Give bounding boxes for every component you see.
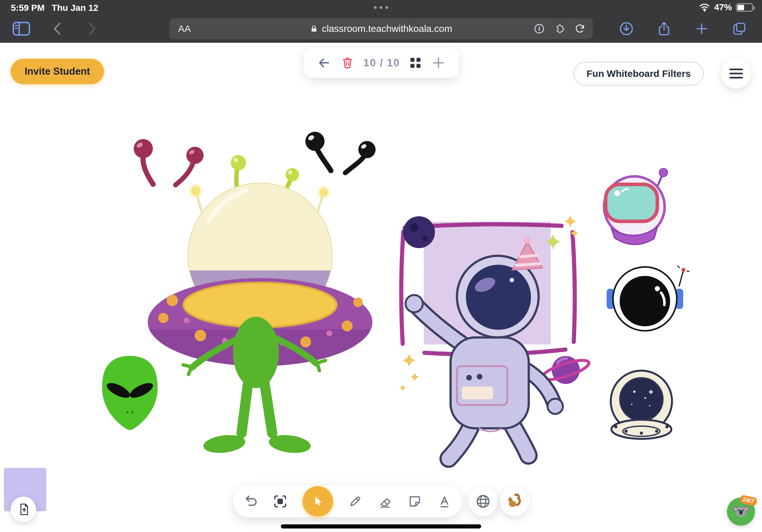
share-icon — [657, 21, 671, 36]
chevron-left-icon — [52, 22, 62, 36]
multitask-dots-icon[interactable] — [374, 6, 388, 9]
sticky-note-icon — [407, 494, 422, 509]
grid-view-button[interactable] — [409, 56, 422, 70]
koala-support-button[interactable]: 24/7 — [727, 498, 755, 526]
undo-button[interactable] — [243, 494, 258, 509]
arrow-left-icon — [317, 55, 332, 70]
reader-aa-button[interactable]: AA — [178, 23, 191, 34]
download-icon — [619, 21, 634, 36]
note-tool-button[interactable] — [407, 494, 422, 509]
reload-icon[interactable] — [574, 23, 585, 34]
browser-toolbar: AA classroom.teachwithkoala.com — [0, 15, 762, 43]
maroon-antennae-drawing[interactable] — [134, 139, 203, 185]
text-tool-button[interactable] — [437, 494, 452, 509]
address-bar[interactable]: AA classroom.teachwithkoala.com — [169, 18, 593, 39]
page-toolbar: 10 / 10 — [304, 48, 459, 78]
export-button[interactable] — [11, 497, 36, 522]
menu-button[interactable] — [721, 58, 751, 89]
eraser-icon — [377, 494, 393, 509]
home-indicator[interactable] — [281, 524, 481, 528]
invite-student-button[interactable]: Invite Student — [11, 59, 104, 84]
globe-icon — [475, 493, 492, 510]
clock: 5:59 PM — [11, 3, 45, 13]
eraser-tool-button[interactable] — [377, 494, 393, 509]
filters-button[interactable]: Fun Whiteboard Filters — [573, 62, 704, 86]
battery-icon — [736, 3, 753, 12]
helmet-sticker-black-visor[interactable] — [607, 266, 690, 331]
globe-button[interactable] — [468, 487, 498, 516]
add-page-button[interactable] — [431, 55, 446, 70]
pencil-icon — [347, 494, 363, 509]
wifi-icon — [699, 3, 710, 12]
black-antennae-drawing[interactable] — [305, 132, 376, 173]
helmet-sticker-pink[interactable] — [604, 168, 667, 245]
ufo-alien-drawing[interactable] — [148, 155, 372, 455]
new-tab-button[interactable] — [691, 18, 712, 39]
helmet-sticker-doodle[interactable] — [611, 370, 672, 439]
undo-icon — [243, 494, 258, 509]
koala-icon — [731, 502, 751, 521]
export-file-icon — [16, 502, 30, 516]
grid-icon — [409, 56, 422, 70]
downloads-button[interactable] — [616, 18, 637, 39]
cursor-icon — [311, 494, 325, 509]
sidebar-toggle-button[interactable] — [11, 18, 32, 39]
squirrel-icon — [506, 493, 523, 510]
battery-percent: 47% — [714, 2, 732, 13]
pen-tool-button[interactable] — [347, 494, 363, 509]
lock-icon — [310, 25, 318, 33]
url-text: classroom.teachwithkoala.com — [322, 23, 452, 34]
share-button[interactable] — [653, 18, 675, 39]
capture-icon — [272, 494, 288, 509]
plus-icon — [695, 22, 708, 35]
tabs-overview-button[interactable] — [729, 18, 750, 39]
tabs-icon — [732, 22, 746, 36]
status-bar: 5:59 PM Thu Jan 12 47% — [0, 0, 762, 15]
previous-page-button[interactable] — [317, 55, 332, 70]
sidebar-icon — [12, 21, 30, 36]
date: Thu Jan 12 — [52, 3, 98, 13]
forward-button[interactable] — [82, 18, 103, 39]
delete-page-button[interactable] — [341, 56, 354, 70]
page-indicator: 10 / 10 — [363, 57, 400, 69]
back-button[interactable] — [46, 18, 68, 39]
whiteboard: Invite Student 10 / 10 — [0, 0, 762, 532]
text-format-icon — [437, 494, 452, 509]
extension-one-icon[interactable] — [534, 24, 544, 34]
trash-icon — [341, 56, 354, 70]
squirrel-button[interactable] — [500, 487, 529, 516]
astronaut-sticker[interactable] — [399, 215, 591, 459]
plus-icon — [431, 55, 446, 70]
capture-button[interactable] — [272, 494, 288, 509]
chevron-right-icon — [87, 22, 98, 36]
safari-chrome: 5:59 PM Thu Jan 12 47% — [0, 0, 762, 43]
extensions-puzzle-icon[interactable] — [554, 23, 565, 34]
hamburger-icon — [729, 66, 743, 81]
tool-bar — [233, 486, 462, 517]
alien-head-drawing[interactable] — [102, 356, 158, 430]
pointer-tool-button[interactable] — [302, 486, 333, 517]
